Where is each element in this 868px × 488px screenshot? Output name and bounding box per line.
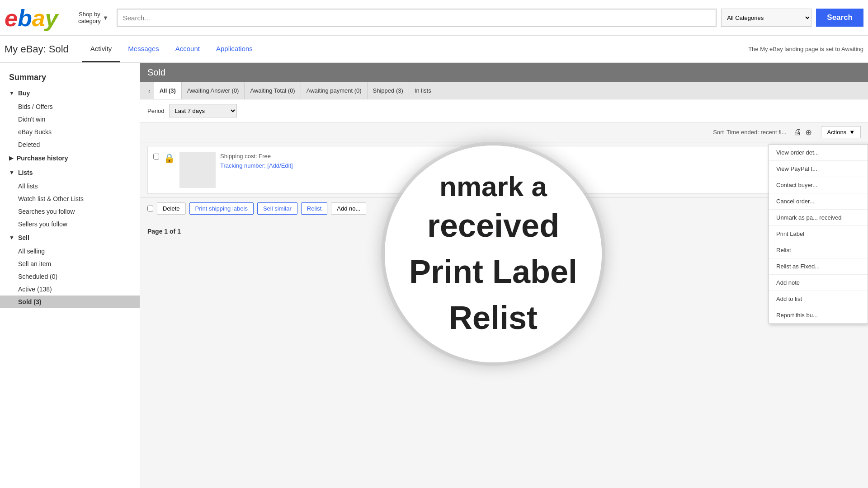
dropdown-add-note[interactable]: Add note xyxy=(769,275,868,291)
chevron-down-icon: ▼ xyxy=(9,169,14,176)
sidebar-group-purchase-history[interactable]: ▶ Purchase history xyxy=(0,151,140,165)
dropdown-report[interactable]: Report this bu... xyxy=(769,307,868,324)
category-select[interactable]: All Categories xyxy=(721,9,811,27)
actions-label: Actions xyxy=(827,129,846,136)
search-button[interactable]: Search xyxy=(816,9,863,27)
sidebar-item-scheduled[interactable]: Scheduled (0) xyxy=(0,270,140,283)
logo-e: e xyxy=(5,5,18,31)
relist-button[interactable]: Relist xyxy=(301,202,328,215)
item-thumbnail xyxy=(179,152,216,188)
shop-by-label: Shop by category xyxy=(78,11,101,24)
share-icon[interactable]: ⊕ xyxy=(805,127,812,137)
tab-account[interactable]: Account xyxy=(167,36,208,62)
add-note-button[interactable]: Add no... xyxy=(331,202,366,215)
tab-awaiting-answer[interactable]: Awaiting Answer (0) xyxy=(182,82,245,99)
sort-value[interactable]: Time ended: recent fi... xyxy=(726,129,786,136)
sidebar-item-bids-offers[interactable]: Bids / Offers xyxy=(0,100,140,113)
sidebar-item-searches-follow[interactable]: Searches you follow xyxy=(0,205,140,218)
sidebar-item-active[interactable]: Active (138) xyxy=(0,283,140,296)
magnifier-line4: Relist xyxy=(449,299,538,336)
search-input[interactable] xyxy=(117,9,717,27)
scroll-left-icon[interactable]: ‹ xyxy=(145,87,154,94)
nav-tabs: Activity Messages Account Applications xyxy=(82,36,261,62)
logo-a: a xyxy=(32,5,45,31)
sidebar-group-buy-label: Buy xyxy=(18,89,30,97)
logo-b: b xyxy=(18,5,32,31)
dropdown-view-paypal[interactable]: View PayPal t... xyxy=(769,161,868,177)
tab-in-lists[interactable]: In lists xyxy=(409,82,437,99)
sidebar-group-purchase-label: Purchase history xyxy=(17,155,68,162)
sidebar-item-ebay-bucks[interactable]: eBay Bucks xyxy=(0,126,140,138)
sidebar-group-lists[interactable]: ▼ Lists xyxy=(0,165,140,180)
chevron-down-icon: ▼ xyxy=(9,235,14,241)
dropdown-contact-buyer[interactable]: Contact buyer... xyxy=(769,177,868,193)
chevron-down-icon: ▼ xyxy=(849,129,855,136)
sidebar-item-watch-list[interactable]: Watch list & Other Lists xyxy=(0,192,140,205)
subheader: My eBay: Sold Activity Messages Account … xyxy=(0,36,868,63)
tab-activity[interactable]: Activity xyxy=(82,36,120,62)
delete-button[interactable]: Delete xyxy=(157,202,186,215)
main-layout: Summary ▼ Buy Bids / Offers Didn't win e… xyxy=(0,63,868,488)
dropdown-relist-fixed[interactable]: Relist as Fixed... xyxy=(769,258,868,275)
chevron-down-icon: ▼ xyxy=(9,90,14,96)
select-all-checkbox[interactable] xyxy=(147,206,153,211)
tab-applications[interactable]: Applications xyxy=(208,36,261,62)
tab-messages[interactable]: Messages xyxy=(120,36,167,62)
magnifier-line3: Print Label xyxy=(409,253,577,290)
chevron-down-icon: ▼ xyxy=(103,14,108,21)
sort-label: Sort xyxy=(713,129,724,136)
sidebar-summary-label: Summary xyxy=(0,67,140,86)
sidebar-item-sold[interactable]: Sold (3) xyxy=(0,296,140,308)
magnifier-line2: received xyxy=(427,207,559,244)
sidebar-item-didnt-win[interactable]: Didn't win xyxy=(0,113,140,126)
sidebar-group-sell-label: Sell xyxy=(18,234,29,241)
sidebar-group-sell[interactable]: ▼ Sell xyxy=(0,230,140,245)
page-label: Page 1 of 1 xyxy=(147,228,181,235)
dropdown-cancel-order[interactable]: Cancel order... xyxy=(769,193,868,210)
shop-by-button[interactable]: Shop by category ▼ xyxy=(75,9,112,27)
dropdown-add-to-list[interactable]: Add to list xyxy=(769,291,868,307)
tab-shipped[interactable]: Shipped (3) xyxy=(368,82,409,99)
print-icon[interactable]: 🖨 xyxy=(793,127,802,137)
sold-header: Sold xyxy=(140,63,868,82)
filter-bar: Period Last 7 days xyxy=(140,99,868,122)
landing-notice: The My eBay landing page is set to Await… xyxy=(748,46,863,52)
item-checkbox[interactable] xyxy=(153,154,159,160)
actions-dropdown: View order det... View PayPal t... Conta… xyxy=(769,144,868,324)
content-tabs: ‹ All (3) Awaiting Answer (0) Awaiting T… xyxy=(140,82,868,99)
logo-y: y xyxy=(45,5,58,31)
dropdown-print-label[interactable]: Print Label xyxy=(769,226,868,242)
page-title: My eBay: Sold xyxy=(5,43,69,55)
sidebar-item-sellers-follow[interactable]: Sellers you follow xyxy=(0,218,140,230)
content-area: Sold ‹ All (3) Awaiting Answer (0) Await… xyxy=(140,63,868,488)
sidebar-item-all-selling[interactable]: All selling xyxy=(0,245,140,258)
lock-icon: 🔒 xyxy=(164,153,175,164)
period-select[interactable]: Last 7 days xyxy=(169,104,237,117)
print-shipping-button[interactable]: Print shipping labels xyxy=(189,202,254,215)
dropdown-relist[interactable]: Relist xyxy=(769,242,868,258)
sidebar-group-lists-label: Lists xyxy=(18,169,33,176)
logo[interactable]: ebay xyxy=(5,5,70,31)
dropdown-unmark-received[interactable]: Unmark as pa... received xyxy=(769,210,868,226)
sell-similar-button[interactable]: Sell similar xyxy=(257,202,297,215)
actions-button[interactable]: Actions ▼ xyxy=(821,126,861,138)
sidebar: Summary ▼ Buy Bids / Offers Didn't win e… xyxy=(0,63,140,488)
tab-awaiting-total[interactable]: Awaiting Total (0) xyxy=(245,82,301,99)
tab-all[interactable]: All (3) xyxy=(154,82,182,99)
sidebar-item-all-lists[interactable]: All lists xyxy=(0,180,140,192)
chevron-right-icon: ▶ xyxy=(9,155,13,161)
sidebar-group-buy[interactable]: ▼ Buy xyxy=(0,86,140,100)
dropdown-view-order[interactable]: View order det... xyxy=(769,145,868,161)
table-header: Sort Time ended: recent fi... 🖨 ⊕ Action… xyxy=(140,122,868,142)
sidebar-item-deleted[interactable]: Deleted xyxy=(0,138,140,151)
header: ebay Shop by category ▼ All Categories S… xyxy=(0,0,868,36)
magnifier-overlay: nmark a received Print Label Relist xyxy=(385,145,602,362)
tab-awaiting-payment[interactable]: Awaiting payment (0) xyxy=(301,82,368,99)
sold-title: Sold xyxy=(147,67,165,78)
period-label: Period xyxy=(147,108,165,114)
magnifier-line1: nmark a xyxy=(439,171,547,202)
sidebar-item-sell-item[interactable]: Sell an item xyxy=(0,258,140,270)
